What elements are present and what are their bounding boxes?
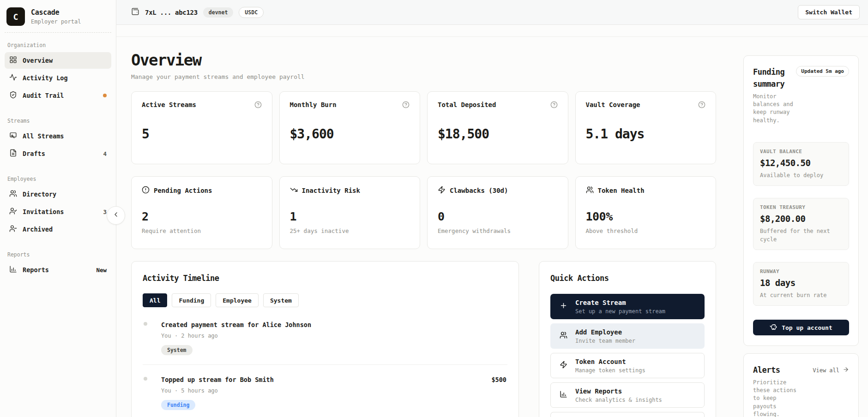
top-up-label: Top up account <box>782 324 832 331</box>
timeline-item: Topped up stream for Bob Smith You · 5 h… <box>143 365 507 417</box>
sidebar: C Cascade Employer portal Organization O… <box>0 0 116 417</box>
top-up-account-button[interactable]: Top up account <box>753 320 849 335</box>
stat-subtext: Above threshold <box>586 227 706 234</box>
sidebar-item-invitations[interactable]: Invitations 3 <box>5 203 111 220</box>
sidebar-section-reports: Reports <box>7 251 108 258</box>
quick-actions-panel: Quick Actions Create Stream Set up a new… <box>539 261 716 417</box>
stat-value: 100% <box>586 210 706 223</box>
sidebar-item-archived[interactable]: Archived <box>5 221 111 238</box>
sidebar-item-label: Overview <box>23 57 53 64</box>
activity-timeline-panel: Activity Timeline All Funding Employee S… <box>131 261 519 417</box>
tab-funding[interactable]: Funding <box>172 293 211 307</box>
zap-icon <box>560 361 567 370</box>
alerts-subtitle: Prioritize these actions to keep payouts… <box>753 379 799 417</box>
timeline-item-badge: Funding <box>161 400 195 410</box>
brand-name: Cascade <box>31 8 81 17</box>
sidebar-item-overview[interactable]: Overview <box>5 52 111 69</box>
sidebar-collapse-button[interactable] <box>107 206 125 225</box>
help-circle-icon[interactable] <box>254 101 262 110</box>
alerts-title: Alerts <box>753 364 803 376</box>
token-badge: USDC <box>239 7 264 18</box>
timeline-filter-tabs: All Funding Employee System <box>143 293 507 307</box>
stat-label: Vault Coverage <box>586 101 640 108</box>
stat-card-inactivity-risk: Inactivity Risk 1 25+ days inactive <box>279 176 421 249</box>
stat-card-vault-coverage: Vault Coverage 5.1 days <box>575 91 717 164</box>
stat-value: 5.1 days <box>586 126 706 142</box>
tab-employee[interactable]: Employee <box>216 293 259 307</box>
subheader-divider <box>116 25 868 37</box>
piggy-bank-icon <box>770 323 777 332</box>
bar-chart-icon <box>560 390 567 400</box>
arrow-right-icon <box>843 366 849 374</box>
streams-icon <box>9 131 17 141</box>
timeline-item-meta: You · 2 hours ago <box>161 333 507 339</box>
rail-stat-value: $12,450.50 <box>760 158 842 168</box>
action-subtitle: Invite team member <box>575 338 635 344</box>
app-root: C Cascade Employer portal Organization O… <box>0 0 868 417</box>
sidebar-section-streams: Streams <box>7 118 108 124</box>
timeline-dot <box>144 377 147 381</box>
funding-summary-card: Funding summary Updated 5m ago Monitor b… <box>743 55 859 346</box>
timeline-item: Created payment stream for Alice Johnson… <box>143 310 507 365</box>
sidebar-item-audit-trail[interactable]: Audit Trail <box>5 87 111 104</box>
topbar: 7xL ... abc123 devnet USDC Switch Wallet <box>116 0 868 25</box>
sidebar-item-reports[interactable]: Reports New <box>5 262 111 278</box>
rail-stat-value: 18 days <box>760 278 842 288</box>
create-stream-action[interactable]: Create Stream Set up a new payment strea… <box>550 294 705 319</box>
content-area: Overview Manage your payment streams and… <box>116 37 868 417</box>
sidebar-item-label: Audit Trail <box>23 92 64 99</box>
shield-check-icon <box>9 91 17 100</box>
trending-down-icon <box>290 186 298 195</box>
user-minus-icon <box>9 225 17 234</box>
drafts-count-badge: 4 <box>103 150 107 157</box>
sidebar-item-activity-log[interactable]: Activity Log <box>5 70 111 86</box>
stat-label: Total Deposited <box>438 101 496 108</box>
stat-label: Inactivity Risk <box>302 187 360 194</box>
file-text-icon <box>9 149 17 158</box>
stat-label: Active Streams <box>142 101 196 108</box>
stat-subtext: 25+ days inactive <box>290 227 410 234</box>
stat-card-pending-actions: Pending Actions 2 Require attention <box>131 176 272 249</box>
sidebar-item-directory[interactable]: Directory <box>5 186 111 203</box>
updated-badge: Updated 5m ago <box>796 66 849 77</box>
activity-icon <box>9 73 17 83</box>
network-badge: devnet <box>203 7 234 18</box>
tab-all[interactable]: All <box>143 293 167 307</box>
timeline-item-amount: $500 <box>491 376 506 383</box>
sidebar-item-all-streams[interactable]: All Streams <box>5 128 111 144</box>
brand-header: C Cascade Employer portal <box>5 6 111 33</box>
alert-circle-icon <box>142 186 150 195</box>
wallet-chip[interactable]: 7xL ... abc123 devnet USDC <box>131 7 264 18</box>
help-circle-icon[interactable] <box>698 101 705 110</box>
users-icon <box>586 186 594 195</box>
users-icon <box>9 190 17 199</box>
page-subtitle: Manage your payment streams and employee… <box>131 73 716 80</box>
rail-stat-label: TOKEN TREASURY <box>760 204 842 210</box>
alerts-card: Alerts View all Prioritize these actions… <box>743 353 859 417</box>
stat-card-total-deposited: Total Deposited $18,500 <box>427 91 568 164</box>
add-employee-action[interactable]: Add Employee Invite team member <box>550 323 705 349</box>
alerts-view-all-link[interactable]: View all <box>813 366 849 374</box>
funding-summary-title: Funding summary <box>753 66 796 90</box>
stat-card-clawbacks: Clawbacks (30d) 0 Emergency withdrawals <box>427 176 568 249</box>
chevron-left-icon <box>112 211 120 220</box>
sidebar-item-label: Reports <box>23 266 49 274</box>
sidebar-item-drafts[interactable]: Drafts 4 <box>5 145 111 162</box>
help-circle-icon[interactable] <box>402 101 410 110</box>
view-reports-action[interactable]: View Reports Check analytics & insights <box>550 382 705 408</box>
switch-wallet-button[interactable]: Switch Wallet <box>798 5 860 19</box>
sidebar-item-label: Directory <box>23 191 56 198</box>
rail-stat-subtext: Available to deploy <box>760 171 842 179</box>
token-account-action[interactable]: Token Account Manage token settings <box>550 353 705 378</box>
quick-actions-list: Create Stream Set up a new payment strea… <box>550 294 705 417</box>
invitations-count-badge: 3 <box>103 208 107 215</box>
help-circle-icon[interactable] <box>550 101 558 110</box>
runway-box: RUNWAY 18 days At current burn rate <box>753 262 849 306</box>
tab-system[interactable]: System <box>263 293 299 307</box>
sidebar-item-label: Activity Log <box>23 74 68 82</box>
brand-logo: C <box>6 7 25 26</box>
action-title: View Reports <box>575 387 662 395</box>
alert-dot <box>103 94 107 97</box>
user-check-icon <box>9 207 17 216</box>
action-title: Create Stream <box>575 299 665 306</box>
